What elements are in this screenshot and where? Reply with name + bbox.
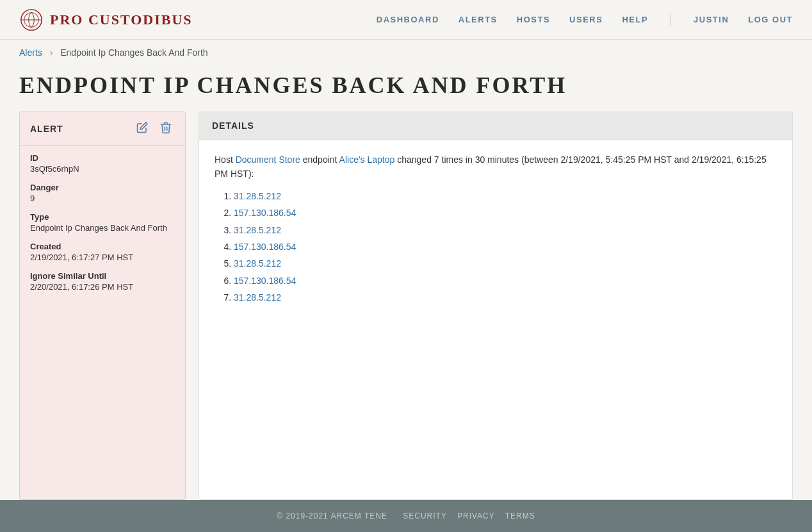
nav-logout[interactable]: LOG OUT [748,15,793,24]
breadcrumb-current: Endpoint Ip Changes Back And Forth [60,47,207,58]
breadcrumb-parent[interactable]: Alerts [19,47,42,58]
nav-hosts[interactable]: HOSTS [517,15,550,24]
list-item: 157.130.186.54 [234,240,777,254]
delete-button[interactable] [157,120,175,137]
ip-link[interactable]: 31.28.5.212 [234,292,281,303]
nav-divider [670,13,671,26]
ip-link[interactable]: 31.28.5.212 [234,191,281,201]
host-label: Host [215,154,236,165]
field-type: Type Endpoint Ip Changes Back And Forth [30,212,175,233]
ip-link[interactable]: 157.130.186.54 [234,208,296,218]
details-card: DETAILS Host Document Store endpoint Ali… [199,112,793,500]
details-description: Host Document Store endpoint Alice's Lap… [215,153,777,181]
field-type-value: Endpoint Ip Changes Back And Forth [30,223,175,233]
host-link[interactable]: Document Store [236,154,300,165]
field-danger: Danger 9 [30,183,175,203]
main-content: ALERT [0,112,812,500]
list-item: 157.130.186.54 [234,274,777,288]
field-danger-label: Danger [30,183,175,192]
alert-card-body: ID 3sQf5c6rhpN Danger 9 Type Endpoint Ip… [20,145,185,308]
logo-icon [19,8,44,32]
alert-card-actions [134,120,175,137]
endpoint-label: endpoint [303,154,339,165]
brand-name: PRO CUSTODIBUS [50,12,193,28]
field-id: ID 3sQf5c6rhpN [30,153,175,174]
alert-card-header: ALERT [20,112,185,145]
list-item: 157.130.186.54 [234,206,777,220]
details-card-body: Host Document Store endpoint Alice's Lap… [199,140,792,320]
list-item: 31.28.5.212 [234,256,777,270]
footer: © 2019-2021 ARCEM TENE SECURITY PRIVACY … [0,500,812,532]
list-item: 31.28.5.212 [234,189,777,203]
endpoint-link[interactable]: Alice's Laptop [339,154,395,165]
field-ignore-label: Ignore Similar Until [30,271,175,281]
nav-alerts[interactable]: ALERTS [459,15,498,24]
alert-card-title: ALERT [30,124,63,134]
nav-users[interactable]: USERS [569,15,603,24]
footer-terms[interactable]: TERMS [505,511,535,520]
navbar: PRO CUSTODIBUS DASHBOARD ALERTS HOSTS US… [0,0,812,40]
details-card-header: DETAILS [199,112,792,140]
ip-link[interactable]: 157.130.186.54 [234,276,296,286]
field-type-label: Type [30,212,175,222]
details-card-title: DETAILS [212,121,254,131]
edit-button[interactable] [134,121,150,137]
nav-links: DASHBOARD ALERTS HOSTS USERS HELP JUSTIN… [377,13,793,26]
footer-security[interactable]: SECURITY [403,511,447,520]
nav-user[interactable]: JUSTIN [694,15,729,24]
field-created: Created 2/19/2021, 6:17:27 PM HST [30,242,175,262]
ip-link[interactable]: 31.28.5.212 [234,225,281,235]
field-ignore-value: 2/20/2021, 6:17:26 PM HST [30,282,175,292]
breadcrumb-separator: › [50,47,53,58]
footer-privacy[interactable]: PRIVACY [457,511,495,520]
field-id-label: ID [30,153,175,163]
edit-icon [136,122,148,133]
field-id-value: 3sQf5c6rhpN [30,164,175,174]
footer-links: SECURITY PRIVACY TERMS [403,511,535,520]
page-title: ENDPOINT IP CHANGES BACK AND FORTH [0,65,812,112]
ip-link[interactable]: 157.130.186.54 [234,242,296,252]
field-created-value: 2/19/2021, 6:17:27 PM HST [30,253,175,262]
nav-dashboard[interactable]: DASHBOARD [377,15,439,24]
alert-card: ALERT [19,112,186,500]
footer-copyright: © 2019-2021 ARCEM TENE [277,511,387,520]
list-item: 31.28.5.212 [234,290,777,304]
ip-address-list: 31.28.5.212157.130.186.5431.28.5.212157.… [215,189,777,305]
field-danger-value: 9 [30,194,175,203]
breadcrumb: Alerts › Endpoint Ip Changes Back And Fo… [0,40,812,65]
field-ignore: Ignore Similar Until 2/20/2021, 6:17:26 … [30,271,175,292]
list-item: 31.28.5.212 [234,223,777,237]
ip-link[interactable]: 31.28.5.212 [234,258,281,269]
delete-icon [159,121,172,134]
nav-help[interactable]: HELP [622,15,648,24]
brand-logo: PRO CUSTODIBUS [19,8,377,32]
field-created-label: Created [30,242,175,251]
